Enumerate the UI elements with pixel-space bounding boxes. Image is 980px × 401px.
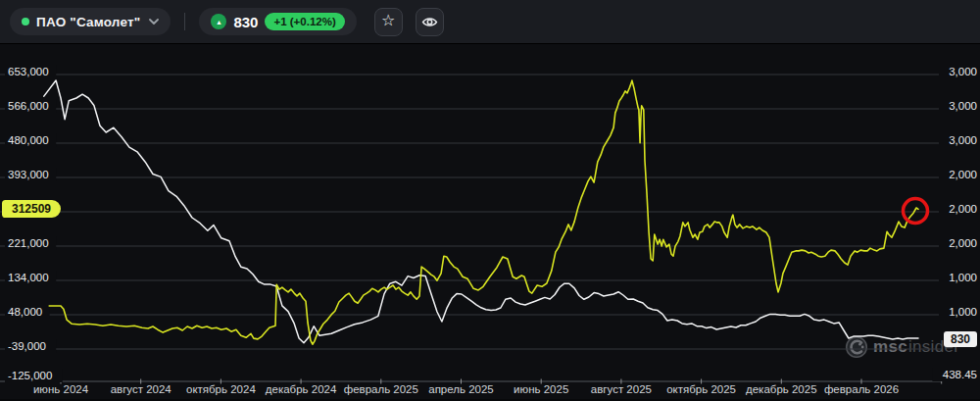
left-axis-label: 480,000 — [8, 134, 49, 146]
chart-area: mscinsider июнь 2024август 2024октябрь 2… — [0, 44, 980, 401]
x-axis-label: июнь 2024 — [33, 383, 89, 395]
left-axis-label: 48,000 — [8, 306, 42, 318]
price-summary[interactable]: ▲ 830 +1 (+0.12%) — [199, 8, 356, 35]
watch-button[interactable] — [416, 8, 444, 36]
ticker-status-dot-icon — [22, 18, 29, 25]
right-axis-label: 438.45 — [943, 369, 977, 380]
left-axis-label: 653,000 — [8, 66, 49, 77]
x-axis-label: декабрь 2024 — [266, 383, 337, 395]
x-axis-label: февраль 2026 — [824, 383, 899, 395]
header-bar: ПАО "Самолет" ▲ 830 +1 (+0.12%) ☆ — [0, 0, 980, 44]
left-axis-label: 566,000 — [8, 100, 49, 112]
header-divider — [184, 13, 185, 30]
left-axis-label: -39,000 — [8, 340, 46, 352]
trend-up-icon: ▲ — [211, 14, 226, 29]
favorite-button[interactable]: ☆ — [374, 8, 403, 36]
right-axis-label: 3,000 — [949, 134, 977, 146]
ticker-selector[interactable]: ПАО "Самолет" — [10, 8, 171, 35]
x-axis-label: июнь 2025 — [514, 383, 568, 395]
x-axis-label: декабрь 2025 — [746, 383, 817, 395]
price-chart-canvas[interactable]: июнь 2024август 2024октябрь 2024декабрь … — [0, 44, 980, 401]
x-axis-label: август 2025 — [591, 383, 652, 395]
x-axis-label: август 2024 — [111, 383, 172, 395]
x-axis-label: октябрь 2025 — [666, 383, 736, 395]
x-axis-label: октябрь 2024 — [186, 383, 256, 395]
chevron-down-icon — [149, 19, 159, 25]
right-axis-label: 3,000 — [949, 66, 977, 77]
right-axis-current-value-badge: 830 — [944, 331, 977, 347]
eye-icon — [421, 14, 438, 30]
right-axis-label: 2,000 — [949, 203, 977, 215]
right-axis-label: 2,000 — [949, 169, 977, 180]
right-axis-label: 1,000 — [949, 272, 977, 283]
x-axis-label: апрель 2025 — [428, 383, 494, 395]
left-axis-label: 221,000 — [8, 237, 49, 249]
left-axis-label: 134,000 — [8, 272, 49, 283]
ticker-name: ПАО "Самолет" — [36, 15, 140, 29]
right-axis-label: 1,000 — [949, 306, 977, 318]
right-axis-label: 3,000 — [949, 100, 977, 112]
star-icon: ☆ — [381, 13, 395, 28]
chart-line-net-position — [49, 80, 918, 344]
x-axis-label: февраль 2025 — [344, 383, 418, 395]
left-axis-label: -125,000 — [8, 370, 52, 381]
change-badge: +1 (+0.12%) — [265, 13, 344, 30]
right-axis-label: 2,000 — [949, 237, 977, 249]
left-axis-label: 393,000 — [8, 169, 49, 180]
last-price: 830 — [233, 14, 258, 30]
left-axis-current-value-badge: 312509 — [2, 200, 61, 218]
